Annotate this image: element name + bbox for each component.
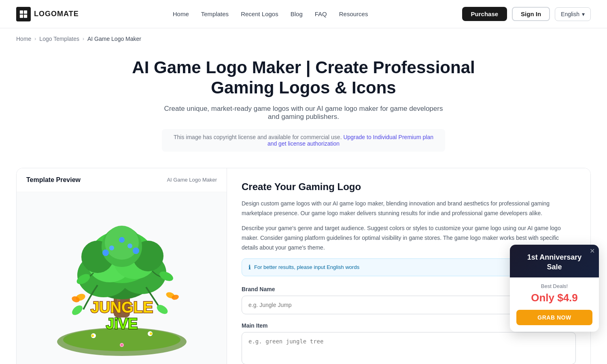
hero-subtitle: Create unique, market-ready game logos w… <box>162 105 445 121</box>
info-icon: ℹ <box>248 264 251 271</box>
breadcrumb-home[interactable]: Home <box>16 36 31 42</box>
hint-text: For better results, please input English… <box>254 264 359 270</box>
promo-popup: ✕ 1st Anniversary Sale Best Deals! Only … <box>510 245 599 332</box>
svg-point-28 <box>91 334 94 337</box>
svg-point-20 <box>133 248 139 254</box>
navbar: LOGOMATE Home Templates Recent Logos Blo… <box>0 0 607 28</box>
left-panel-header: Template Preview AI Game Logo Maker <box>17 168 227 192</box>
promo-price: Only $4.9 <box>516 292 592 304</box>
language-selector[interactable]: English ▾ <box>555 7 591 21</box>
template-subtitle: AI Game Logo Maker <box>167 177 217 183</box>
template-image-area: JUNGLE JiVE <box>17 192 227 364</box>
nav-templates[interactable]: Templates <box>201 11 229 17</box>
right-panel-desc1: Design custom game logos with our AI gam… <box>242 199 576 218</box>
svg-rect-0 <box>20 10 23 13</box>
logo-icon <box>16 7 31 21</box>
nav-faq[interactable]: FAQ <box>315 11 327 17</box>
best-deals-text: Best Deals! <box>516 283 592 289</box>
jungle-illustration: JUNGLE JiVE <box>45 204 199 358</box>
purchase-button[interactable]: Purchase <box>462 7 507 21</box>
right-panel-title: Create Your Gaming Logo <box>242 181 576 193</box>
svg-point-30 <box>150 332 152 335</box>
promo-header: 1st Anniversary Sale <box>510 245 599 277</box>
breadcrumb-current: AI Game Logo Maker <box>87 36 141 42</box>
breadcrumb-sep-2: › <box>83 36 84 42</box>
main-content: Template Preview AI Game Logo Maker <box>16 168 591 364</box>
breadcrumb-sep-1: › <box>34 36 36 42</box>
svg-point-25 <box>70 303 84 317</box>
breadcrumb-logo-templates[interactable]: Logo Templates <box>39 36 79 42</box>
page-title: AI Game Logo Maker | Create Professional… <box>121 57 486 98</box>
svg-point-32 <box>121 344 123 346</box>
breadcrumb: Home › Logo Templates › AI Game Logo Mak… <box>0 28 607 49</box>
template-preview-title: Template Preview <box>26 176 81 184</box>
left-panel: Template Preview AI Game Logo Maker <box>17 168 227 364</box>
nav-links: Home Templates Recent Logos Blog FAQ Res… <box>173 11 368 17</box>
svg-text:JiVE: JiVE <box>106 315 137 332</box>
hero-notice: This image has copyright license and ava… <box>162 129 445 152</box>
svg-point-19 <box>109 245 114 250</box>
hero-section: AI Game Logo Maker | Create Professional… <box>0 49 607 156</box>
signin-button[interactable]: Sign In <box>512 7 550 21</box>
language-label: English <box>561 11 579 17</box>
promo-close-button[interactable]: ✕ <box>590 248 595 254</box>
svg-point-18 <box>102 250 109 256</box>
nav-blog[interactable]: Blog <box>291 11 303 17</box>
main-item-input[interactable] <box>242 332 576 364</box>
logo-link[interactable]: LOGOMATE <box>16 7 79 21</box>
nav-home[interactable]: Home <box>173 11 189 17</box>
nav-recent-logos[interactable]: Recent Logos <box>241 11 278 17</box>
nav-actions: Purchase Sign In English ▾ <box>462 7 591 21</box>
svg-rect-2 <box>20 14 23 17</box>
promo-body: Best Deals! Only $4.9 GRAB NOW <box>510 277 599 332</box>
svg-point-22 <box>119 237 125 243</box>
grab-now-button[interactable]: GRAB NOW <box>516 310 592 325</box>
logo-svg <box>19 10 28 19</box>
logo-text: LOGOMATE <box>34 10 79 18</box>
nav-resources[interactable]: Resources <box>339 11 368 17</box>
svg-rect-1 <box>24 10 27 13</box>
chevron-down-icon: ▾ <box>582 11 585 17</box>
anniversary-text: 1st Anniversary Sale <box>516 253 592 272</box>
svg-text:JUNGLE: JUNGLE <box>90 299 153 316</box>
hero-notice-text: This image has copyright license and ava… <box>174 134 342 140</box>
svg-rect-3 <box>24 14 27 17</box>
svg-point-21 <box>127 243 132 248</box>
